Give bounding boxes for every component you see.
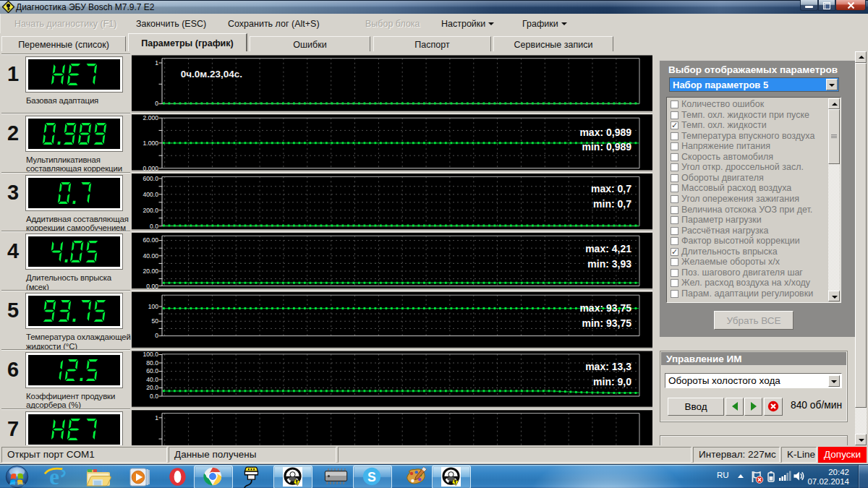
- svg-text:0ч.0м.23,04с.: 0ч.0м.23,04с.: [181, 69, 242, 80]
- svg-text:1.000: 1.000: [142, 140, 158, 147]
- svg-text:40.0: 40.0: [146, 376, 158, 383]
- svg-text:max: 0,989: max: 0,989: [579, 127, 631, 138]
- svg-text:600.0: 600.0: [142, 175, 158, 182]
- svg-text:min: 3,93: min: 3,93: [587, 258, 631, 270]
- svg-text:20.00: 20.00: [142, 267, 158, 275]
- svg-text:60.0: 60.0: [146, 367, 158, 374]
- svg-text:60.00: 60.00: [142, 236, 158, 244]
- svg-text:max: 4,21: max: 4,21: [585, 243, 631, 254]
- svg-text:400.0: 400.0: [142, 191, 158, 198]
- svg-text:min: 0,7: min: 0,7: [593, 198, 631, 210]
- svg-text:1: 1: [155, 59, 158, 67]
- svg-text:0: 0: [155, 332, 158, 339]
- svg-text:0.00: 0.00: [146, 283, 158, 290]
- svg-text:1: 1: [155, 414, 158, 421]
- svg-text:max: 0,7: max: 0,7: [591, 183, 631, 194]
- svg-text:100.0: 100.0: [142, 351, 158, 358]
- svg-text:2.000: 2.000: [142, 114, 158, 121]
- svg-text:50: 50: [151, 317, 158, 325]
- svg-text:0: 0: [155, 100, 158, 107]
- svg-text:20.0: 20.0: [146, 384, 158, 391]
- svg-text:100: 100: [148, 303, 159, 310]
- svg-text:min: 9,0: min: 9,0: [593, 376, 631, 388]
- svg-text:80.0: 80.0: [146, 359, 158, 367]
- svg-text:0.0: 0.0: [150, 223, 158, 230]
- svg-text:200.0: 200.0: [142, 207, 158, 214]
- svg-text:S: S: [367, 470, 376, 484]
- svg-text:max: 93,75: max: 93,75: [579, 302, 631, 314]
- svg-text:0.000: 0.000: [142, 165, 158, 172]
- svg-text:min: 93,75: min: 93,75: [582, 317, 632, 329]
- svg-text:40.00: 40.00: [142, 252, 158, 260]
- svg-text:0.0: 0.0: [150, 393, 158, 400]
- svg-text:min: 0,989: min: 0,989: [582, 141, 632, 153]
- svg-text:max: 13,3: max: 13,3: [585, 361, 631, 372]
